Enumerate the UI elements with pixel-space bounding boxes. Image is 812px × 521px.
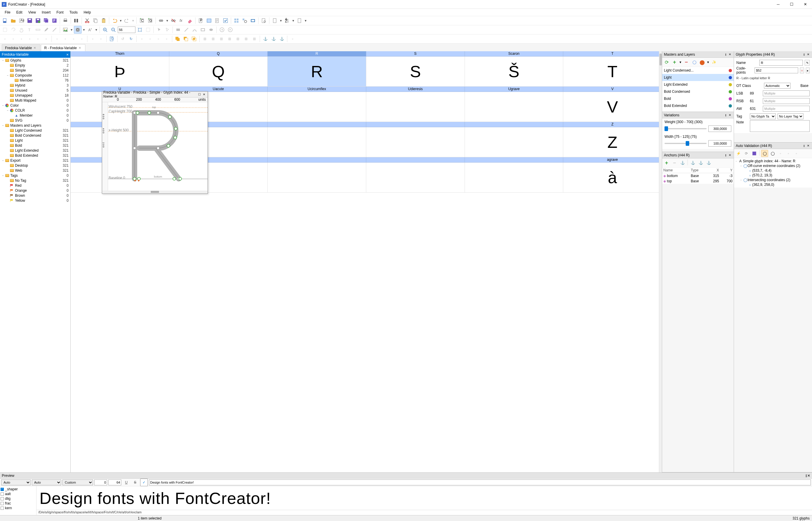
editor-maximize-icon[interactable]: ☐ — [197, 92, 202, 97]
preview-spin1[interactable] — [94, 479, 107, 485]
run-validation-icon[interactable]: ⚡ — [735, 150, 742, 157]
tree-row[interactable]: −Composite112 — [0, 73, 70, 78]
tree-row[interactable]: SVG0 — [0, 118, 70, 123]
subtract-icon[interactable] — [182, 35, 190, 43]
feature-checkbox[interactable] — [1, 502, 4, 505]
glyph-cell[interactable]: S — [366, 56, 465, 87]
link-icon[interactable] — [157, 17, 165, 24]
open-icon[interactable] — [9, 17, 17, 24]
align-center-icon[interactable]: ▫ — [9, 35, 17, 43]
save-validation-icon[interactable] — [751, 150, 758, 157]
pin-icon[interactable]: ⫿ — [724, 53, 728, 56]
validation-row[interactable]: ⬨(362,9, 258,0) — [735, 182, 811, 187]
flip-v-icon[interactable]: ▫ — [97, 35, 105, 43]
refresh-icon[interactable]: ⟳ — [663, 59, 670, 66]
strike-icon[interactable]: S — [131, 479, 139, 486]
master-row[interactable]: Bold — [662, 95, 734, 102]
master-row[interactable]: Light Condensed... — [662, 67, 734, 74]
zoom-in-icon[interactable] — [101, 26, 109, 33]
align-left-icon[interactable]: ▫ — [1, 35, 9, 43]
fx-icon[interactable]: fx — [178, 17, 185, 24]
doc-tab-main[interactable]: Fredoka-Variable✕ — [2, 44, 40, 51]
glyph-cell[interactable]: Z — [563, 127, 662, 157]
export-font-icon[interactable]: F — [51, 17, 58, 24]
grid7-icon[interactable]: ⊞ — [251, 35, 258, 43]
layer-tag-select[interactable]: No Layer Tag — [778, 113, 804, 119]
otclass-select[interactable]: Automatic — [764, 83, 790, 89]
glyph-header-cell[interactable]: Udieresis — [366, 87, 465, 92]
find-icon[interactable] — [72, 17, 80, 24]
rect2-icon[interactable] — [199, 26, 207, 33]
tree-row[interactable]: No Tag321 — [0, 178, 70, 183]
panel-close-icon[interactable]: ✕ — [807, 474, 810, 478]
undo-icon[interactable] — [111, 17, 118, 24]
glyph-cell[interactable] — [465, 92, 563, 122]
validate-icon[interactable] — [222, 17, 229, 24]
glyph-cell[interactable] — [465, 127, 563, 157]
insert-glyph-icon[interactable]: G+ — [146, 17, 154, 24]
val-opt1-icon[interactable]: ◯ — [761, 150, 768, 157]
opentype-icon[interactable] — [205, 17, 213, 24]
sort-icon[interactable]: AZ — [283, 17, 291, 24]
feature-checkbox[interactable] — [1, 506, 4, 510]
glyph-header-cell[interactable]: V — [563, 87, 662, 92]
grid5-icon[interactable]: ⊞ — [234, 35, 242, 43]
anchors-table[interactable]: Name Type X Y ◈ bottomBase315-3◈ topBase… — [662, 167, 734, 184]
expander-icon[interactable]: − — [6, 74, 9, 77]
cycle-icon[interactable]: ◯ — [691, 59, 698, 66]
save-as-icon[interactable] — [34, 17, 42, 24]
tree-row[interactable]: Member76 — [0, 78, 70, 83]
expander-icon[interactable]: − — [6, 109, 9, 112]
close-tab-icon[interactable]: ✕ — [33, 46, 36, 49]
bring-front-icon[interactable]: ▫ — [146, 35, 154, 43]
menu-insert[interactable]: Insert — [39, 9, 53, 15]
pen-icon[interactable] — [42, 26, 50, 33]
refresh-validation-icon[interactable]: ⟳ — [743, 150, 750, 157]
tree-row[interactable]: Light Extended321 — [0, 148, 70, 153]
remove-master-icon[interactable]: − — [683, 59, 690, 66]
flip-h-icon[interactable]: ▫ — [89, 35, 97, 43]
master-row[interactable]: Bold Condensed — [662, 88, 734, 95]
glyph-header-cell[interactable]: Ucircumflex — [268, 87, 366, 92]
redo-dropdown-icon[interactable]: ▾ — [131, 17, 135, 24]
validation-tree[interactable]: −ASimple glyph index: 44 - Name: R−◯Off-… — [734, 158, 812, 188]
glyph-header-cell[interactable]: T — [563, 51, 662, 56]
tree-row[interactable]: Bold321 — [0, 143, 70, 148]
curve-icon[interactable] — [191, 26, 199, 33]
close-tab-icon[interactable]: ✕ — [78, 46, 81, 49]
insert-char-icon[interactable]: C+ — [138, 17, 146, 24]
paste-icon[interactable] — [100, 17, 108, 24]
tree-row[interactable]: Unmapped18 — [0, 93, 70, 98]
tree-row[interactable]: −Tags0 — [0, 173, 70, 178]
glyph-header-cell[interactable] — [268, 157, 366, 162]
feature-row[interactable]: aalt — [1, 492, 36, 496]
menu-tools[interactable]: Tools — [67, 9, 81, 15]
remove-anchor-icon[interactable]: − — [671, 159, 678, 166]
cut-icon[interactable] — [83, 17, 91, 24]
properties-icon[interactable]: P — [197, 17, 205, 24]
feature-checkbox[interactable] — [1, 488, 4, 491]
glyph-cell[interactable] — [465, 163, 563, 192]
pointer-icon[interactable] — [155, 26, 163, 33]
panel-close-icon[interactable]: ✕ — [728, 53, 732, 56]
marquee-icon[interactable] — [1, 26, 9, 33]
grid2-icon[interactable]: ⊞ — [209, 35, 217, 43]
tree-row[interactable]: Simple204 — [0, 68, 70, 73]
tree-row[interactable]: −Masters and Layers — [0, 123, 70, 128]
master-row[interactable]: Light Extended — [662, 81, 734, 88]
prev-glyph-icon[interactable] — [218, 26, 226, 33]
feature-list[interactable]: _shaperaaltdligfrackern — [0, 486, 37, 515]
val-opt5-icon[interactable]: ▫ — [793, 150, 800, 157]
tree-row[interactable]: −COLR0 — [0, 108, 70, 113]
glyph-tree[interactable]: −Glyphs321Empty2Simple204−Composite112Me… — [0, 58, 70, 472]
save-icon[interactable] — [26, 17, 33, 24]
glyph-cell[interactable] — [268, 127, 366, 157]
tree-row[interactable]: Bold Condensed321 — [0, 133, 70, 138]
hand-icon[interactable] — [18, 26, 25, 33]
validation-row[interactable]: ⬨(570,2, 19,3) — [735, 173, 811, 178]
tree-row[interactable]: Empty2 — [0, 63, 70, 68]
glyph-tag-select[interactable]: No Glyph Ta — [750, 113, 776, 119]
menu-file[interactable]: File — [2, 9, 13, 15]
preview-custom-select[interactable]: Custom — [63, 479, 93, 485]
glyph-header-cell[interactable]: Ugrave — [465, 87, 563, 92]
